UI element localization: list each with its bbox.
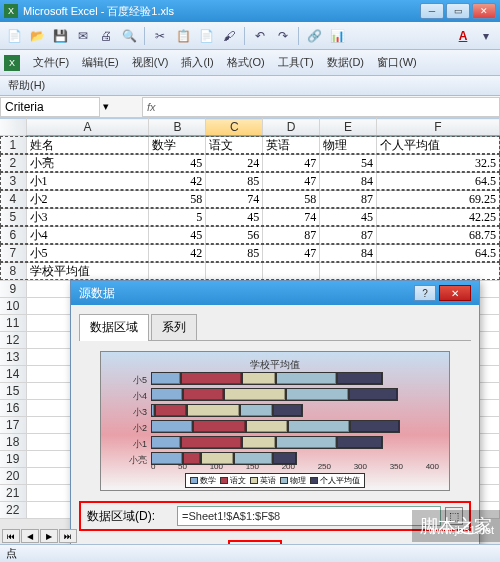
cell[interactable]: 47 [263,244,320,262]
col-header[interactable]: B [149,119,206,136]
cell[interactable]: 68.75 [377,226,500,244]
row-header[interactable]: 18 [0,433,26,450]
tab-data-range[interactable]: 数据区域 [79,314,149,341]
maximize-button[interactable]: ▭ [446,3,470,19]
undo-icon[interactable]: ↶ [250,26,270,46]
cell[interactable]: 45 [149,154,206,172]
cell[interactable]: 42 [149,172,206,190]
cell[interactable]: 个人平均值 [377,136,500,155]
name-box[interactable]: Criteria [0,97,100,117]
cut-icon[interactable]: ✂ [150,26,170,46]
cell[interactable]: 58 [263,190,320,208]
cell[interactable]: 42.25 [377,208,500,226]
cell[interactable]: 45 [206,208,263,226]
format-painter-icon[interactable]: 🖌 [219,26,239,46]
cell[interactable]: 74 [206,190,263,208]
menu-help[interactable]: 帮助(H) [8,76,51,94]
row-header[interactable]: 15 [0,382,26,399]
cell[interactable] [377,262,500,280]
row-header[interactable]: 14 [0,365,26,382]
menu-data[interactable]: 数据(D) [321,52,370,73]
excel-tab-icon[interactable]: X [4,55,20,71]
cell[interactable]: 84 [320,172,377,190]
cell[interactable]: 47 [263,172,320,190]
cell[interactable]: 64.5 [377,172,500,190]
cell[interactable]: 56 [206,226,263,244]
range-input[interactable] [177,506,441,526]
row-header[interactable]: 10 [0,297,26,314]
cell[interactable]: 85 [206,172,263,190]
row-header[interactable]: 7 [0,244,26,262]
dialog-close-button[interactable]: ✕ [439,285,471,301]
print-icon[interactable]: 🖨 [96,26,116,46]
dropdown-icon[interactable]: ▾ [476,26,496,46]
row-header[interactable]: 19 [0,450,26,467]
cell[interactable]: 45 [320,208,377,226]
row-header[interactable]: 17 [0,416,26,433]
cell[interactable]: 学校平均值 [26,262,149,280]
cell[interactable]: 5 [149,208,206,226]
menu-edit[interactable]: 编辑(E) [76,52,125,73]
row-header[interactable]: 5 [0,208,26,226]
redo-icon[interactable]: ↷ [273,26,293,46]
cell[interactable]: 85 [206,244,263,262]
link-icon[interactable]: 🔗 [304,26,324,46]
cell[interactable]: 45 [149,226,206,244]
cell[interactable]: 姓名 [26,136,149,155]
cell[interactable]: 58 [149,190,206,208]
cell[interactable]: 数学 [149,136,206,155]
row-header[interactable]: 9 [0,280,26,297]
save-icon[interactable]: 💾 [50,26,70,46]
cell[interactable] [206,262,263,280]
cell[interactable]: 小2 [26,190,149,208]
row-header[interactable]: 13 [0,348,26,365]
cell[interactable]: 32.5 [377,154,500,172]
row-header[interactable]: 16 [0,399,26,416]
row-header[interactable]: 4 [0,190,26,208]
tab-series[interactable]: 系列 [151,314,197,341]
dialog-help-button[interactable]: ? [414,285,436,301]
font-color-button[interactable]: A [453,26,473,46]
menu-insert[interactable]: 插入(I) [175,52,219,73]
cell[interactable] [263,262,320,280]
cell[interactable]: 69.25 [377,190,500,208]
cell[interactable]: 42 [149,244,206,262]
fx-icon[interactable]: fx [147,101,156,113]
open-icon[interactable]: 📂 [27,26,47,46]
menu-format[interactable]: 格式(O) [221,52,271,73]
row-header[interactable]: 11 [0,314,26,331]
new-icon[interactable]: 📄 [4,26,24,46]
row-header[interactable]: 2 [0,154,26,172]
cell[interactable]: 英语 [263,136,320,155]
row-header[interactable]: 8 [0,262,26,280]
cell[interactable]: 24 [206,154,263,172]
menu-view[interactable]: 视图(V) [126,52,175,73]
nav-last-icon[interactable]: ⏭ [59,529,77,543]
cell[interactable] [320,262,377,280]
col-header[interactable]: E [320,119,377,136]
col-header[interactable]: F [377,119,500,136]
menu-file[interactable]: 文件(F) [27,52,75,73]
nav-prev-icon[interactable]: ◀ [21,529,39,543]
mail-icon[interactable]: ✉ [73,26,93,46]
cell[interactable]: 84 [320,244,377,262]
select-all-corner[interactable] [0,119,26,136]
cell[interactable]: 小4 [26,226,149,244]
row-header[interactable]: 20 [0,467,26,484]
row-header[interactable]: 22 [0,501,26,518]
nav-first-icon[interactable]: ⏮ [2,529,20,543]
minimize-button[interactable]: ─ [420,3,444,19]
cell[interactable]: 物理 [320,136,377,155]
formula-input[interactable]: fx [142,97,500,117]
preview-icon[interactable]: 🔍 [119,26,139,46]
cell[interactable]: 87 [320,226,377,244]
nav-next-icon[interactable]: ▶ [40,529,58,543]
col-header[interactable]: D [263,119,320,136]
cell[interactable]: 语文 [206,136,263,155]
cell[interactable]: 87 [263,226,320,244]
row-header[interactable]: 21 [0,484,26,501]
cell[interactable]: 小1 [26,172,149,190]
cell[interactable]: 小亮 [26,154,149,172]
row-header[interactable]: 1 [0,136,26,155]
cell[interactable]: 87 [320,190,377,208]
